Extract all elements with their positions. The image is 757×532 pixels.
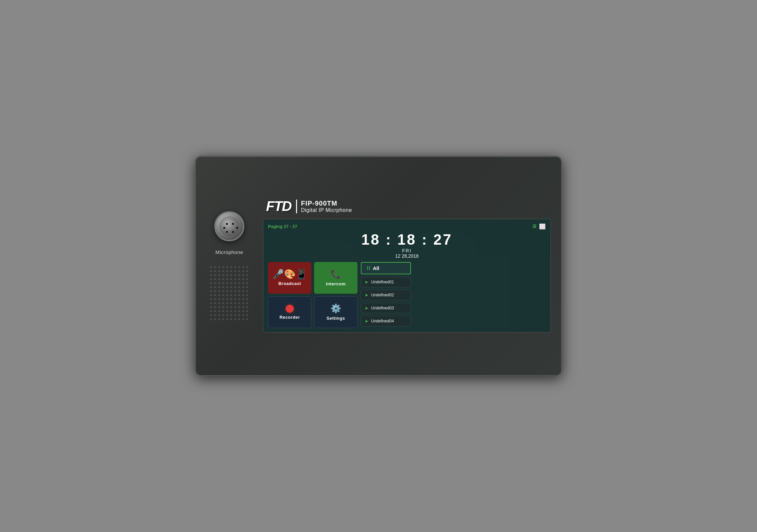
monitor-icon: 🖥 bbox=[532, 223, 537, 230]
settings-icon: ⚙️ bbox=[330, 303, 341, 314]
recorder-icon bbox=[286, 305, 294, 313]
intercom-icon: 📞 bbox=[330, 269, 341, 279]
broadcast-button[interactable]: 🎤🎨📱 Broadcast bbox=[268, 262, 311, 294]
microphone-connector bbox=[214, 211, 244, 241]
arrow-icon-4: ➤ bbox=[364, 318, 368, 324]
broadcast-icon: 🎤🎨📱 bbox=[272, 270, 307, 279]
all-button[interactable]: All bbox=[361, 262, 411, 274]
all-button-label: All bbox=[373, 265, 379, 271]
undefined03-button[interactable]: ➤ Undefined03 bbox=[361, 303, 411, 313]
center-panel: FTD FIP-900TM Digital IP Micrphone bbox=[263, 199, 551, 332]
brand-text: FIP-900TM Digital IP Micrphone bbox=[296, 200, 352, 213]
function-button-grid: 🎤🎨📱 Broadcast 📞 Intercom Recorder bbox=[268, 262, 357, 328]
brand-model: FIP-900TM bbox=[301, 200, 352, 207]
undefined04-button[interactable]: ➤ Undefined04 bbox=[361, 316, 411, 326]
paging-label: Paging 27 - 27 bbox=[268, 224, 297, 229]
intercom-label: Intercom bbox=[326, 281, 346, 286]
right-button-panel: All ➤ Undefined01 ➤ Undefined02 ➤ bbox=[361, 262, 411, 328]
undefined03-label: Undefined03 bbox=[371, 306, 394, 310]
undefined01-label: Undefined01 bbox=[371, 280, 394, 284]
speaker-grille bbox=[210, 266, 249, 321]
settings-label: Settings bbox=[326, 316, 345, 321]
brand-description: Digital IP Micrphone bbox=[301, 207, 352, 213]
clock-day: FRI bbox=[268, 248, 546, 253]
undefined01-button[interactable]: ➤ Undefined01 bbox=[361, 277, 411, 287]
device-panel: Microphone FTD FIP-900TM Digital IP Micr… bbox=[195, 156, 562, 376]
arrow-icon-1: ➤ bbox=[364, 279, 368, 285]
mic-pin-dots bbox=[219, 216, 239, 236]
screen-top-bar: Paging 27 - 27 🖥 ⬜ bbox=[268, 223, 546, 230]
settings-button[interactable]: ⚙️ Settings bbox=[314, 296, 357, 328]
all-button-dots bbox=[367, 266, 370, 270]
microphone-label: Microphone bbox=[215, 249, 243, 255]
brand-header: FTD FIP-900TM Digital IP Micrphone bbox=[263, 199, 551, 213]
clock-date: 12 28,2018 bbox=[268, 253, 546, 259]
window-icon: ⬜ bbox=[539, 223, 546, 230]
broadcast-label: Broadcast bbox=[278, 281, 301, 286]
undefined04-label: Undefined04 bbox=[371, 319, 394, 323]
brand-logo: FTD bbox=[266, 199, 291, 213]
left-panel: Microphone bbox=[206, 211, 253, 321]
screen-status-icons: 🖥 ⬜ bbox=[532, 223, 546, 230]
undefined02-label: Undefined02 bbox=[371, 293, 394, 297]
arrow-icon-3: ➤ bbox=[364, 305, 368, 311]
screen-main-area: 🎤🎨📱 Broadcast 📞 Intercom Recorder bbox=[268, 262, 546, 328]
recorder-label: Recorder bbox=[279, 315, 300, 320]
device-screen: Paging 27 - 27 🖥 ⬜ 18 : 18 : 27 FRI 12 2… bbox=[263, 219, 551, 332]
arrow-icon-2: ➤ bbox=[364, 292, 368, 298]
undefined02-button[interactable]: ➤ Undefined02 bbox=[361, 290, 411, 300]
intercom-button[interactable]: 📞 Intercom bbox=[314, 262, 357, 294]
time-display: 18 : 18 : 27 FRI 12 28,2018 bbox=[268, 232, 546, 258]
clock-time: 18 : 18 : 27 bbox=[268, 232, 546, 248]
recorder-button[interactable]: Recorder bbox=[268, 296, 311, 328]
